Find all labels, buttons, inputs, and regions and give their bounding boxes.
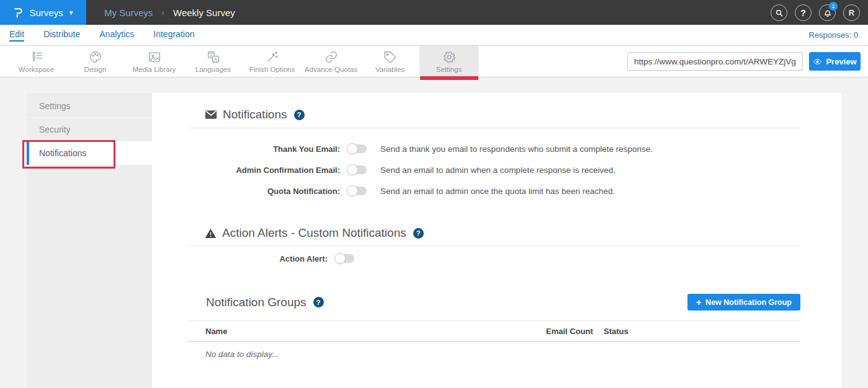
- preview-label: Preview: [826, 57, 856, 66]
- action-alerts-section-header: Action Alerts - Custom Notifications ?: [187, 226, 800, 240]
- quota-notification-row: Quota Notification: Send an email to adm…: [187, 180, 800, 201]
- toggle-label: Quota Notification:: [187, 187, 340, 196]
- toggle-description: Send a thank you email to respondents wh…: [380, 144, 653, 154]
- edit-toolbar: Workspace Design Media Library: [0, 46, 868, 77]
- toggle-knob: [334, 253, 346, 264]
- section-title: Notifications: [223, 108, 287, 121]
- tab-edit[interactable]: Edit: [9, 29, 24, 42]
- toolbar-item-advance-quotas[interactable]: Advance Quotas: [302, 46, 360, 77]
- toolbar-item-variables[interactable]: Variables: [360, 46, 419, 77]
- action-alert-toggles: Action Alert:: [187, 246, 800, 269]
- toolbar-item-workspace[interactable]: Workspace: [7, 46, 66, 77]
- empty-table-message: No data to display...: [187, 342, 800, 359]
- admin-confirmation-email-toggle[interactable]: [348, 165, 367, 174]
- toggle-knob: [347, 185, 358, 196]
- toolbar-label: Design: [84, 66, 107, 73]
- help-icon[interactable]: ?: [294, 110, 305, 120]
- survey-url-input[interactable]: [627, 52, 803, 71]
- toggle-knob: [347, 143, 358, 154]
- groups-table-header: Name Email Count Status: [187, 321, 800, 342]
- survey-mode-nav: Edit Distribute Analytics Integration Re…: [0, 25, 868, 46]
- help-icon[interactable]: ?: [413, 228, 424, 239]
- top-header-bar: Surveys ▼ My Surveys › Weekly Survey ?: [0, 0, 868, 25]
- question-mark-icon: ?: [800, 8, 806, 18]
- toggle-label: Admin Confirmation Email:: [187, 165, 340, 175]
- new-notification-group-button[interactable]: + New Notification Group: [687, 294, 800, 311]
- settings-icon: [442, 50, 456, 64]
- toggle-knob: [347, 164, 358, 175]
- toolbar-item-finish-options[interactable]: Finish Options: [243, 46, 302, 77]
- design-icon: [89, 50, 102, 64]
- toolbar-right-group: Preview: [627, 52, 861, 71]
- workspace-icon: [30, 50, 43, 64]
- action-alert-toggle[interactable]: [336, 254, 354, 263]
- thank-you-email-row: Thank You Email: Send a thank you email …: [187, 138, 800, 159]
- toggle-label: Thank You Email:: [187, 144, 340, 154]
- nav-tabs: Edit Distribute Analytics Integration: [9, 29, 194, 42]
- tab-integration[interactable]: Integration: [153, 29, 194, 42]
- responses-count[interactable]: Responses: 0: [809, 30, 859, 40]
- notifications-settings-panel: Notifications ? Thank You Email: Send a …: [152, 93, 842, 388]
- toolbar-label: Workspace: [19, 66, 54, 73]
- section-title: Notification Groups: [206, 296, 306, 309]
- toolbar-label: Languages: [195, 66, 231, 73]
- settings-side-menu: Settings Security Notifications: [27, 93, 152, 388]
- tab-analytics[interactable]: Analytics: [99, 29, 134, 42]
- topbar-actions: ? 1 R: [771, 4, 860, 21]
- toolbar-label: Variables: [375, 66, 405, 73]
- eye-icon: [813, 57, 822, 66]
- advance-quotas-icon: [324, 50, 338, 64]
- column-header-status: Status: [604, 327, 800, 336]
- main-region: Settings Security Notifications Notifica…: [0, 77, 868, 388]
- sidebar-item-notifications[interactable]: Notifications: [27, 141, 152, 165]
- help-icon[interactable]: ?: [313, 297, 324, 307]
- envelope-icon: [205, 110, 217, 120]
- toolbar-item-media-library[interactable]: Media Library: [125, 46, 184, 77]
- breadcrumb: My Surveys › Weekly Survey: [104, 7, 235, 18]
- toolbar-item-languages[interactable]: 文 A Languages: [184, 46, 243, 77]
- breadcrumb-current-survey: Weekly Survey: [173, 7, 235, 18]
- column-header-name: Name: [205, 327, 546, 336]
- search-button[interactable]: [771, 4, 787, 21]
- warning-triangle-icon: [205, 228, 217, 239]
- notification-toggles: Thank You Email: Send a thank you email …: [187, 128, 800, 201]
- surveys-product-menu[interactable]: Surveys ▼: [0, 0, 86, 25]
- plus-icon: +: [696, 298, 701, 307]
- thank-you-email-toggle[interactable]: [348, 144, 367, 153]
- settings-highlight-annotation: [420, 76, 478, 80]
- sidebar-item-security[interactable]: Security: [27, 118, 152, 141]
- brand-label: Surveys: [29, 7, 63, 18]
- questionpro-logo-icon: [12, 6, 24, 19]
- action-alert-row: Action Alert:: [187, 248, 800, 269]
- toggle-label: Action Alert:: [187, 254, 328, 263]
- account-avatar[interactable]: R: [843, 4, 860, 21]
- toolbar-label: Settings: [436, 66, 462, 73]
- toolbar-item-design[interactable]: Design: [66, 46, 125, 77]
- admin-confirmation-email-row: Admin Confirmation Email: Send an email …: [187, 159, 800, 180]
- tab-distribute[interactable]: Distribute: [43, 29, 80, 42]
- notification-groups-header: Notification Groups ? + New Notification…: [187, 294, 800, 311]
- toolbar-item-settings[interactable]: Settings: [419, 46, 478, 77]
- media-library-icon: [148, 50, 161, 64]
- sidebar-item-settings[interactable]: Settings: [27, 94, 152, 118]
- avatar-initial: R: [849, 8, 854, 17]
- toolbar-label: Advance Quotas: [305, 66, 357, 73]
- quota-notification-toggle[interactable]: [348, 187, 367, 195]
- search-icon: [774, 8, 784, 18]
- notifications-button[interactable]: 1: [819, 4, 836, 21]
- breadcrumb-my-surveys[interactable]: My Surveys: [104, 7, 153, 18]
- variables-icon: [383, 50, 397, 64]
- help-button[interactable]: ?: [795, 4, 812, 21]
- toggle-description: Send an email to admin when a complete r…: [380, 165, 615, 175]
- toolbar-label: Media Library: [133, 66, 176, 73]
- breadcrumb-separator-icon: ›: [161, 7, 164, 17]
- section-title: Action Alerts - Custom Notifications: [222, 226, 406, 240]
- column-header-email-count: Email Count: [546, 327, 604, 336]
- toggle-description: Send an email to admin once the quota li…: [380, 187, 615, 196]
- preview-button[interactable]: Preview: [809, 52, 861, 71]
- notification-count-badge: 1: [829, 2, 838, 11]
- languages-icon: 文 A: [207, 50, 220, 64]
- new-group-label: New Notification Group: [705, 298, 792, 307]
- svg-text:A: A: [213, 56, 217, 62]
- toolbar-label: Finish Options: [249, 66, 295, 73]
